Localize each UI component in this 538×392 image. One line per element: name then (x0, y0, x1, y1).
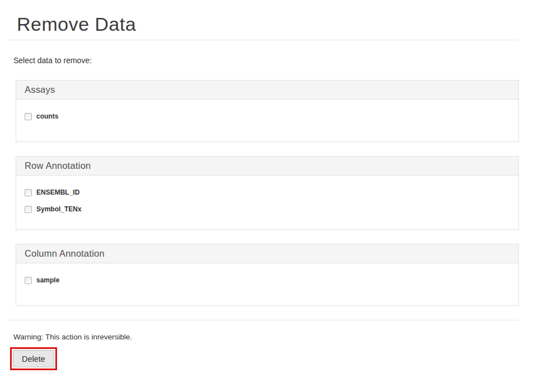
checkbox-label: sample (36, 276, 59, 284)
checkbox-option[interactable]: sample (25, 276, 59, 285)
checkbox-icon[interactable] (25, 277, 32, 284)
footer-divider (7, 320, 519, 320)
panel-body: ENSEMBL_ID Symbol_TENx (16, 176, 518, 229)
panels-container: Assays counts Row Annotation ENSEMBL_ID … (16, 80, 519, 306)
checkbox-label: ENSEMBL_ID (36, 188, 79, 196)
checkbox-icon[interactable] (25, 206, 32, 213)
panel-body: sample (16, 263, 518, 305)
warning-text: Warning: This action is inreversible. (13, 332, 519, 342)
checkbox-option[interactable]: Symbol_TENx (25, 205, 82, 214)
panel-section: Assays counts (16, 80, 519, 142)
remove-data-page: Remove Data Select data to remove: Assay… (0, 0, 538, 392)
panel-title: Column Annotation (16, 244, 518, 263)
checkbox-option[interactable]: counts (25, 112, 58, 121)
instruction-label: Select data to remove: (13, 56, 519, 65)
panel-section: Column Annotation sample (16, 244, 519, 306)
delete-button[interactable]: Delete (13, 350, 54, 367)
checkbox-label: counts (36, 112, 58, 120)
panel-title: Assays (16, 81, 518, 100)
checkbox-option[interactable]: ENSEMBL_ID (25, 188, 79, 197)
panel-title: Row Annotation (16, 157, 518, 176)
panel-section: Row Annotation ENSEMBL_ID Symbol_TENx (16, 156, 519, 230)
checkbox-icon[interactable] (25, 189, 32, 196)
checkbox-icon[interactable] (25, 113, 32, 120)
panel-body: counts (16, 100, 518, 141)
delete-button-highlight: Delete (10, 347, 57, 370)
title-divider (7, 40, 519, 40)
page-title: Remove Data (17, 13, 519, 35)
checkbox-label: Symbol_TENx (36, 205, 82, 213)
